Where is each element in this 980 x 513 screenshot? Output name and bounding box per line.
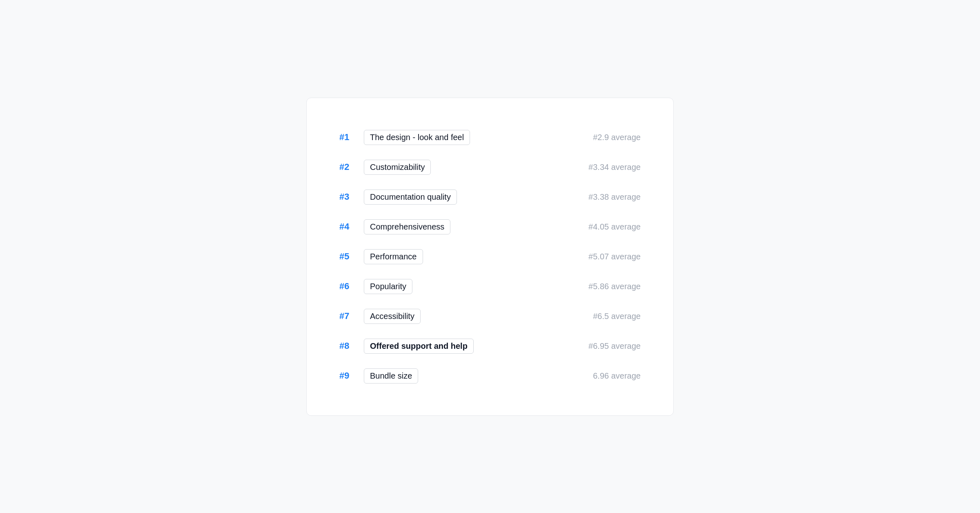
- ranking-item: #9Bundle size6.96 average: [339, 361, 641, 391]
- ranking-item: #8Offered support and help#6.95 average: [339, 331, 641, 361]
- rank-number: #3: [339, 192, 356, 202]
- rank-label: The design - look and feel: [364, 130, 470, 145]
- rank-average: #4.05 average: [588, 222, 641, 232]
- rank-number: #8: [339, 341, 356, 351]
- ranking-left: #2Customizability: [339, 160, 431, 175]
- rank-number: #7: [339, 311, 356, 321]
- rank-number: #1: [339, 132, 356, 143]
- rank-average: #5.86 average: [588, 282, 641, 291]
- rank-label: Comprehensiveness: [364, 219, 450, 234]
- rank-label: Offered support and help: [364, 339, 474, 354]
- rank-average: #6.5 average: [593, 312, 641, 321]
- rank-label: Bundle size: [364, 368, 418, 384]
- rank-number: #2: [339, 162, 356, 172]
- ranking-item: #2Customizability#3.34 average: [339, 152, 641, 182]
- rank-number: #5: [339, 251, 356, 262]
- ranking-left: #6Popularity: [339, 279, 412, 294]
- ranking-item: #3Documentation quality#3.38 average: [339, 182, 641, 212]
- ranking-item: #1The design - look and feel#2.9 average: [339, 123, 641, 152]
- rank-average: #2.9 average: [593, 133, 641, 142]
- rank-label: Popularity: [364, 279, 412, 294]
- ranking-left: #8Offered support and help: [339, 339, 474, 354]
- rank-number: #4: [339, 221, 356, 232]
- ranking-card: #1The design - look and feel#2.9 average…: [306, 98, 674, 416]
- rank-label: Documentation quality: [364, 190, 457, 205]
- ranking-left: #3Documentation quality: [339, 190, 457, 205]
- ranking-item: #4Comprehensiveness#4.05 average: [339, 212, 641, 242]
- rank-average: 6.96 average: [593, 371, 641, 381]
- ranking-left: #1The design - look and feel: [339, 130, 470, 145]
- rank-average: #3.34 average: [588, 163, 641, 172]
- ranking-left: #4Comprehensiveness: [339, 219, 450, 234]
- ranking-list: #1The design - look and feel#2.9 average…: [339, 123, 641, 391]
- ranking-item: #6Popularity#5.86 average: [339, 272, 641, 301]
- ranking-left: #5Performance: [339, 249, 423, 264]
- ranking-left: #7Accessibility: [339, 309, 421, 324]
- rank-average: #3.38 average: [588, 192, 641, 202]
- rank-average: #6.95 average: [588, 341, 641, 351]
- ranking-item: #5Performance#5.07 average: [339, 242, 641, 272]
- rank-label: Accessibility: [364, 309, 421, 324]
- rank-number: #9: [339, 370, 356, 381]
- ranking-item: #7Accessibility#6.5 average: [339, 301, 641, 331]
- rank-label: Customizability: [364, 160, 431, 175]
- rank-label: Performance: [364, 249, 423, 264]
- rank-number: #6: [339, 281, 356, 292]
- ranking-left: #9Bundle size: [339, 368, 418, 384]
- rank-average: #5.07 average: [588, 252, 641, 261]
